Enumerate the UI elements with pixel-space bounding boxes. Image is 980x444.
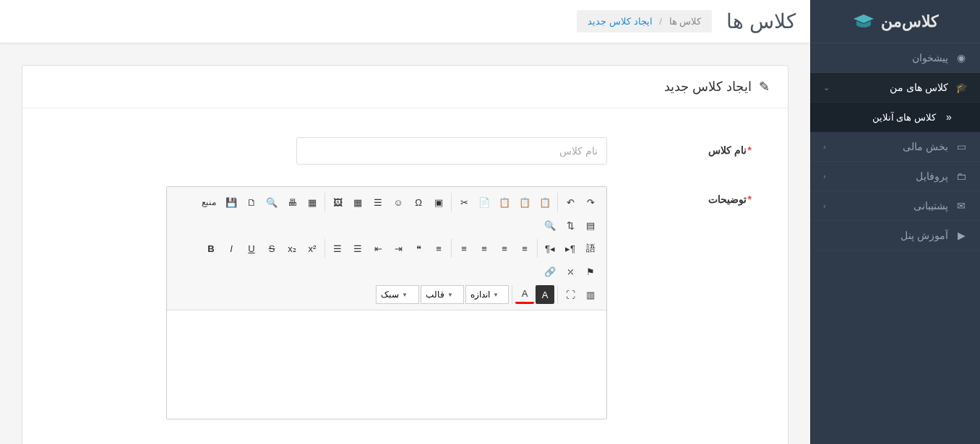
preview-icon[interactable]: 🔍: [262, 193, 281, 212]
panel-header: ✎ ایجاد کلاس جدید: [22, 66, 788, 108]
copy-icon[interactable]: 📄: [475, 193, 494, 212]
sidebar-item-my-classes[interactable]: 🎓 کلاس های من ⌄: [810, 73, 980, 103]
align-right-icon[interactable]: ≡: [455, 239, 473, 258]
redo-icon[interactable]: ↷: [581, 193, 600, 212]
language-icon[interactable]: 語: [581, 239, 600, 258]
logo-text: کلاس‌من: [881, 12, 938, 31]
iframe-icon[interactable]: ▣: [429, 193, 448, 212]
topbar: کلاس ها کلاس ها / ایجاد کلاس جدید: [0, 0, 810, 43]
unlink-icon[interactable]: ⤫: [561, 262, 580, 281]
underline-button[interactable]: U: [242, 239, 261, 258]
label-description: *توضیحات: [607, 186, 752, 205]
outdent-icon[interactable]: ⇤: [369, 239, 387, 258]
editor-toolbar: منبع 💾 🗋 🔍 🖶 ▦ 🖼: [167, 187, 606, 310]
bold-button[interactable]: B: [202, 239, 220, 258]
rich-text-editor: منبع 💾 🗋 🔍 🖶 ▦ 🖼: [166, 186, 607, 419]
panel: ✎ ایجاد کلاس جدید *نام کلاس *توضیحات: [22, 65, 788, 444]
paste-word-icon[interactable]: 📋: [536, 193, 554, 212]
source-button[interactable]: منبع: [197, 193, 220, 212]
label-class-name: *نام کلاس: [607, 137, 752, 156]
sidebar-item-label: کلاس های آنلاین: [872, 112, 936, 123]
format-combo[interactable]: قالب▼: [421, 285, 464, 304]
subscript-button[interactable]: x₂: [283, 239, 301, 258]
blockquote-icon[interactable]: ❝: [409, 239, 428, 258]
numbered-list-icon[interactable]: ☰: [328, 239, 347, 258]
sidebar-item-dashboard[interactable]: ◉ پیشخوان: [810, 43, 980, 73]
italic-button[interactable]: I: [222, 239, 241, 258]
align-left-icon[interactable]: ≡: [495, 239, 514, 258]
smiley-icon[interactable]: ☺: [389, 193, 408, 212]
image-icon[interactable]: 🖼: [328, 193, 347, 212]
form-row-desc: *توضیحات منبع 💾 🗋 🔍: [59, 186, 752, 419]
bullet-list-icon[interactable]: ☰: [348, 239, 367, 258]
chat-icon: ✉: [955, 200, 967, 212]
sidebar-item-support[interactable]: ✉ پشتیبانی ‹: [810, 191, 980, 221]
style-combo[interactable]: سبک▼: [376, 285, 419, 304]
select-all-icon[interactable]: ▤: [581, 216, 600, 235]
folder-icon: 🗀: [955, 170, 967, 182]
hr-icon[interactable]: ☰: [369, 193, 387, 212]
save-icon[interactable]: 💾: [222, 193, 241, 212]
link-icon[interactable]: 🔗: [541, 262, 559, 281]
class-name-input[interactable]: [296, 137, 607, 165]
editor-content-area[interactable]: [167, 310, 606, 419]
templates-icon[interactable]: ▦: [303, 193, 322, 212]
sidebar-item-label: کلاس های من: [890, 82, 948, 93]
chevron-down-icon: ⌄: [823, 83, 830, 92]
page-title: کلاس ها: [726, 9, 796, 33]
strike-button[interactable]: S: [262, 239, 281, 258]
breadcrumb-current[interactable]: ایجاد کلاس جدید: [588, 16, 652, 27]
sidebar-item-label: پیشخوان: [912, 52, 948, 64]
panel-body: *نام کلاس *توضیحات: [22, 108, 788, 444]
div-icon[interactable]: ≡: [429, 239, 448, 258]
paste-text-icon[interactable]: 📋: [515, 193, 534, 212]
required-star: *: [748, 193, 752, 205]
table-icon[interactable]: ▦: [348, 193, 367, 212]
panel-title: ایجاد کلاس جدید: [664, 79, 752, 95]
sidebar: کلاس‌من ◉ پیشخوان 🎓 کلاس های من ⌄ « کلاس…: [810, 0, 980, 444]
video-icon: ▶: [955, 230, 967, 241]
maximize-icon[interactable]: ⛶: [561, 285, 580, 304]
rtl-icon[interactable]: ¶◂: [541, 239, 559, 258]
sidebar-item-label: پشتیبانی: [914, 200, 948, 212]
grad-cap-icon: 🎓: [955, 82, 967, 93]
replace-icon[interactable]: ⇅: [561, 216, 580, 235]
align-justify-icon[interactable]: ≡: [515, 239, 534, 258]
new-page-icon[interactable]: 🗋: [242, 193, 261, 212]
chevron-left-icon: ‹: [823, 172, 826, 180]
sidebar-item-label: پروفایل: [916, 170, 948, 182]
chevron-left-icon: ‹: [823, 142, 826, 151]
text-color-icon[interactable]: A: [515, 285, 534, 304]
align-center-icon[interactable]: ≡: [475, 239, 494, 258]
dashboard-icon: ◉: [955, 52, 967, 64]
indent-icon[interactable]: ⇥: [389, 239, 408, 258]
required-star: *: [748, 144, 752, 156]
double-arrow-icon: «: [943, 111, 955, 123]
undo-icon[interactable]: ↶: [561, 193, 580, 212]
superscript-button[interactable]: x²: [303, 239, 322, 258]
sidebar-item-online-classes[interactable]: « کلاس های آنلاین: [810, 103, 980, 132]
bg-color-icon[interactable]: A: [536, 285, 554, 304]
sidebar-item-finance[interactable]: ▭ بخش مالی ‹: [810, 132, 980, 162]
main-area: کلاس ها کلاس ها / ایجاد کلاس جدید ✎ ایجا…: [0, 0, 810, 444]
sidebar-item-tutorial[interactable]: ▶ آموزش پنل: [810, 221, 980, 251]
special-char-icon[interactable]: Ω: [409, 193, 428, 212]
paste-icon[interactable]: 📋: [495, 193, 514, 212]
chevron-left-icon: ‹: [823, 201, 826, 210]
sidebar-item-profile[interactable]: 🗀 پروفایل ‹: [810, 162, 980, 191]
print-icon[interactable]: 🖶: [283, 193, 301, 212]
anchor-icon[interactable]: ⚑: [581, 262, 600, 281]
pencil-icon: ✎: [759, 79, 770, 95]
size-combo[interactable]: اندازه▼: [465, 285, 509, 304]
cut-icon[interactable]: ✂: [455, 193, 473, 212]
logo: کلاس‌من: [810, 0, 980, 43]
show-blocks-icon[interactable]: ▥: [581, 285, 600, 304]
form-row-name: *نام کلاس: [59, 137, 752, 165]
breadcrumb: کلاس ها / ایجاد کلاس جدید: [577, 10, 712, 32]
sidebar-item-label: بخش مالی: [903, 141, 948, 152]
find-icon[interactable]: 🔍: [541, 216, 559, 235]
money-icon: ▭: [955, 141, 967, 152]
grad-cap-icon: [852, 13, 875, 30]
breadcrumb-root[interactable]: کلاس ها: [669, 16, 702, 27]
ltr-icon[interactable]: ▸¶: [561, 239, 580, 258]
